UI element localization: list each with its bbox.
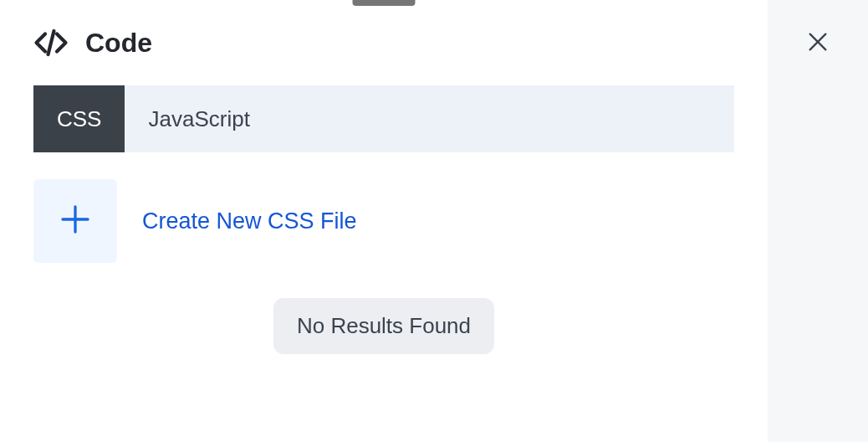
drag-handle[interactable] — [353, 0, 416, 6]
panel-header: Code — [0, 0, 768, 77]
create-new-css-file-button[interactable]: Create New CSS File — [33, 179, 734, 263]
no-results-message: No Results Found — [273, 298, 494, 354]
create-label: Create New CSS File — [142, 208, 357, 234]
tab-javascript[interactable]: JavaScript — [125, 85, 273, 152]
code-panel: Code CSS JavaScript Create New CSS File … — [0, 0, 768, 442]
plus-icon-box — [33, 179, 117, 263]
page-title: Code — [85, 28, 152, 59]
plus-icon — [59, 203, 92, 239]
tabs-bar: CSS JavaScript — [33, 85, 734, 152]
code-icon — [33, 25, 69, 60]
close-button[interactable] — [804, 30, 831, 57]
tab-css[interactable]: CSS — [33, 85, 125, 152]
close-icon — [806, 30, 830, 57]
svg-line-0 — [49, 31, 54, 54]
